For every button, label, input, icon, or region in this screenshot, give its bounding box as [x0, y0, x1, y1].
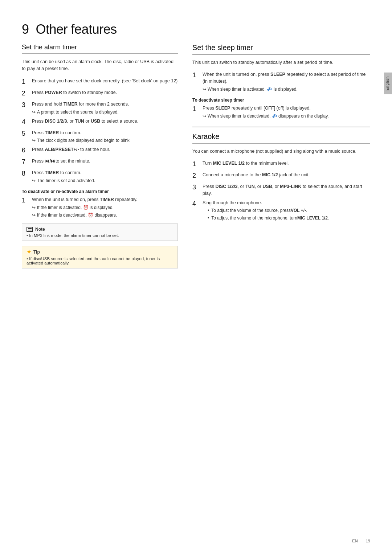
alarm-step-3: 3 Press and hold TIMER for more than 2 s…	[22, 101, 178, 115]
note-box: Note • In MP3 link mode, the alarm timer…	[22, 223, 178, 241]
alarm-step-6-text: Press ALB/PRESET+/- to set the hour.	[32, 147, 110, 152]
alarm-step-4-text: Press DISC 1/2/3, or TUN or USB to selec…	[32, 119, 138, 124]
sidebar-label: English	[385, 76, 389, 91]
tip-box: ✦ Tip • If disc/USB source is selected a…	[22, 246, 178, 268]
note-header: Note	[26, 227, 173, 232]
page-container: English 9 Other features Set the alarm t…	[0, 0, 392, 554]
step-num-5: 5	[22, 129, 32, 139]
deactivate-alarm-subarrow-1: If the timer is activated, ⏰ is displaye…	[32, 204, 178, 211]
sleep-step-num-1: 1	[192, 70, 203, 80]
alarm-step-5-subarrow: The clock digits are displayed and begin…	[32, 137, 178, 144]
alarm-step-5-text: Press TIMER to confirm.	[32, 130, 81, 135]
step-num-3: 3	[22, 100, 32, 110]
karaoke-step-2: 2 Connect a microphone to the MIC 1/2 ja…	[192, 172, 370, 181]
sleep-timer-title: Set the sleep timer	[192, 44, 370, 55]
alarm-step-8-subarrow: The timer is set and activated.	[32, 177, 178, 184]
alarm-step-6: 6 Press ALB/PRESET+/- to set the hour.	[22, 146, 178, 155]
alarm-timer-title: Set the alarm timer	[22, 44, 178, 54]
karaoke-steps: 1 Turn MIC LEVEL 1/2 to the minimum leve…	[192, 160, 370, 221]
karaoke-title: Karaoke	[192, 132, 370, 144]
karaoke-step-4-text: Sing through the microphone.	[203, 200, 262, 205]
step-num-1: 1	[22, 77, 32, 87]
sleep-timer-intro: This unit can switch to standby automati…	[192, 59, 370, 66]
sleep-step-1-subarrow: When sleep timer is activated, 💤 is disp…	[203, 86, 370, 93]
sleep-timer-steps: 1 When the unit is turned on, press SLEE…	[192, 71, 370, 93]
deactivate-sleep-subarrow: When sleep timer is deactivated, 💤 disap…	[203, 113, 370, 119]
deactivate-step-num-1: 1	[22, 196, 32, 205]
karaoke-step-num-2: 2	[192, 171, 203, 181]
alarm-step-2: 2 Press POWER to switch to standby mode.	[22, 89, 178, 98]
deactivate-sleep-num-1: 1	[192, 104, 203, 114]
deactivate-sleep-list: 1 Press SLEEP repeatedly until [OFF] (of…	[192, 105, 370, 119]
note-icon	[26, 227, 33, 232]
step-num-8: 8	[22, 169, 32, 178]
alarm-step-3-text: Press and hold TIMER for more than 2 sec…	[32, 102, 129, 107]
deactivate-alarm-list: 1 When the unit is turned on, press TIME…	[22, 196, 178, 218]
karaoke-step-num-1: 1	[192, 159, 203, 169]
deactivate-sleep-label: To deactivate sleep timer	[192, 98, 370, 103]
step-num-4: 4	[22, 117, 32, 127]
karaoke-intro: You can connect a microphone (not suppli…	[192, 148, 370, 155]
deactivate-sleep-step-1: 1 Press SLEEP repeatedly until [OFF] (of…	[192, 105, 370, 119]
step-num-2: 2	[22, 89, 32, 98]
karaoke-step-num-3: 3	[192, 182, 203, 192]
karaoke-step-num-4: 4	[192, 199, 203, 209]
karaoke-subbullet-1: To adjust the volume of the source, pres…	[203, 207, 370, 214]
sleep-step-1-text: When the unit is turned on, press SLEEP …	[203, 72, 366, 84]
chapter-title: 9 Other features	[22, 22, 370, 37]
karaoke-subbullet-2: To adjust the volume of the microphone, …	[203, 215, 370, 221]
footer-separator	[361, 539, 363, 543]
tip-text: • If disc/USB source is selected and the…	[26, 257, 173, 265]
alarm-step-7-text: Press ⏮/⏭to set the minute.	[32, 159, 90, 164]
deactivate-sleep-text: Press SLEEP repeatedly until [OFF] (off)…	[203, 106, 311, 111]
chapter-number: 9	[22, 22, 29, 37]
deactivate-alarm-step-1: 1 When the unit is turned on, press TIME…	[22, 196, 178, 218]
alarm-step-2-text: Press POWER to switch to standby mode.	[32, 90, 117, 95]
alarm-step-4: 4 Press DISC 1/2/3, or TUN or USB to sel…	[22, 118, 178, 127]
deactivate-alarm-subarrow-2: If the timer is deactivated, ⏰ disappear…	[32, 212, 178, 218]
step-num-7: 7	[22, 157, 32, 167]
karaoke-step-2-text: Connect a microphone to the MIC 1/2 jack…	[203, 172, 310, 177]
left-column: Set the alarm timer This unit can be use…	[22, 44, 178, 272]
chapter-title-text: Other features	[36, 22, 117, 37]
alarm-step-1-text: Ensure that you have set the clock corre…	[32, 78, 177, 83]
alarm-step-8-text: Press TIMER to confirm.	[32, 170, 81, 175]
karaoke-step-1: 1 Turn MIC LEVEL 1/2 to the minimum leve…	[192, 160, 370, 169]
page-footer: EN 19	[352, 539, 370, 543]
tip-star-icon: ✦	[26, 249, 31, 255]
step-num-6: 6	[22, 145, 32, 155]
section-divider	[192, 127, 370, 127]
right-column: Set the sleep timer This unit can switch…	[192, 44, 370, 272]
alarm-step-8: 8 Press TIMER to confirm. The timer is s…	[22, 169, 178, 184]
karaoke-step-4: 4 Sing through the microphone. To adjust…	[192, 200, 370, 222]
alarm-step-1: 1 Ensure that you have set the clock cor…	[22, 78, 178, 87]
footer-page-num: 19	[366, 539, 370, 543]
deactivate-alarm-text: When the unit is turned on, press TIMER …	[32, 197, 137, 202]
deactivate-alarm-label: To deactivate or re-activate an alarm ti…	[22, 189, 178, 194]
alarm-step-5: 5 Press TIMER to confirm. The clock digi…	[22, 130, 178, 144]
sidebar-tab: English	[384, 73, 392, 94]
sleep-step-1: 1 When the unit is turned on, press SLEE…	[192, 71, 370, 93]
alarm-steps-list: 1 Ensure that you have set the clock cor…	[22, 78, 178, 184]
note-text: • In MP3 link mode, the alarm timer cann…	[26, 233, 173, 238]
alarm-step-3-subarrow: A prompt to select the source is display…	[32, 109, 178, 115]
karaoke-step-1-text: Turn MIC LEVEL 1/2 to the minimum level.	[203, 161, 289, 166]
footer-lang: EN	[352, 539, 358, 543]
karaoke-step-3: 3 Press DISC 1/2/3, or TUN, or USB, or M…	[192, 183, 370, 197]
tip-header: ✦ Tip	[26, 249, 173, 255]
alarm-step-7: 7 Press ⏮/⏭to set the minute.	[22, 158, 178, 167]
karaoke-step-3-text: Press DISC 1/2/3, or TUN, or USB, or MP3…	[203, 184, 362, 196]
alarm-intro: This unit can be used as an alarm clock.…	[22, 58, 178, 73]
